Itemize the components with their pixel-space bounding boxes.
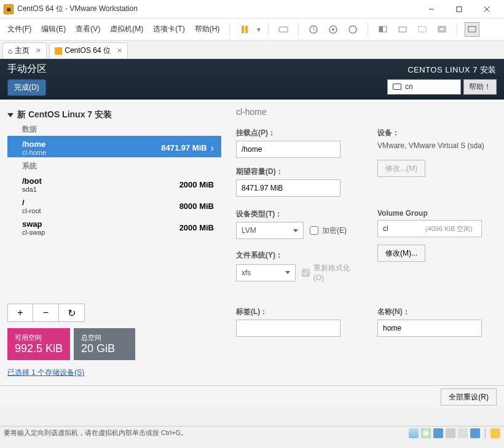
tab-home[interactable]: ⌂ 主页 ✕ [2,42,47,58]
printer-icon[interactable] [446,428,455,438]
partition-row-swap[interactable]: swap cl-swap 2000 MiB [7,216,221,237]
menubar: 文件(F) 编辑(E) 查看(V) 虚拟机(M) 选项卡(T) 帮助(H) ▾ [0,18,504,41]
thumbnail-bar-icon[interactable] [465,22,479,37]
volume-group-info: (4096 KiB 空闲) [425,224,473,234]
chevron-down-icon [293,229,298,232]
data-section-label: 数据 [7,123,221,136]
snapshot-revert-icon[interactable] [345,22,360,37]
volume-group-select[interactable]: cl (4096 KiB 空闲) [377,220,482,237]
cd-icon[interactable] [421,428,431,438]
chevron-down-icon [285,271,290,274]
menu-view[interactable]: 查看(V) [73,22,103,37]
send-keys-icon[interactable] [276,22,291,37]
vm-icon [55,47,62,55]
encrypt-checkbox[interactable] [310,226,318,235]
chevron-right-icon: › [211,143,214,154]
tab-bar: ⌂ 主页 ✕ CentOS 64 位 ✕ [0,41,504,59]
partition-size: 2000 MiB [179,223,214,232]
app-icon: ▣ [4,4,14,14]
view-unity-icon[interactable] [415,22,430,37]
toolbar-divider [229,23,230,36]
pause-button[interactable] [237,22,252,37]
modify-vg-button[interactable]: 修改(M)... [377,245,425,262]
available-space-card: 可用空间 992.5 KiB [7,328,70,360]
dropdown-caret-icon[interactable]: ▾ [257,25,261,34]
installer-screen: 手动分区 完成(D) CENTOS LINUX 7 安装 cn 帮助！ 新 Ce… [0,59,504,426]
done-button[interactable]: 完成(D) [7,79,46,96]
mount-point: /boot [22,176,42,186]
message-icon[interactable] [490,428,500,438]
partition-size: 8000 MiB [179,202,214,211]
capacity-input[interactable] [236,179,341,197]
partition-row-home[interactable]: /home cl-home 8471.97 MiB › [7,136,221,157]
menu-edit[interactable]: 编辑(E) [39,22,68,37]
filesystem-select[interactable]: xfs [236,264,296,281]
svg-rect-4 [279,27,288,32]
install-tree-header[interactable]: 新 CentOS Linux 7 安装 [7,107,221,123]
menu-help[interactable]: 帮助(H) [192,22,222,37]
add-partition-button[interactable]: + [7,304,33,322]
encrypt-label: 加密(E) [322,226,347,236]
svg-point-8 [349,26,356,33]
close-icon[interactable]: ✕ [117,47,122,55]
menu-file[interactable]: 文件(F) [5,22,34,37]
reformat-checkbox [302,269,310,277]
snapshot-icon[interactable] [306,22,321,37]
view-console-icon[interactable] [376,22,390,37]
display-icon[interactable] [470,428,480,438]
detail-heading: cl-home [236,107,494,117]
label-field-label: 标签(L)： [236,307,353,317]
reset-all-button[interactable]: 全部重设(R) [441,388,497,406]
help-button[interactable]: 帮助！ [463,79,497,95]
sound-icon[interactable] [458,428,468,438]
network-icon[interactable] [433,428,443,438]
snapshot-manage-icon[interactable] [326,22,341,37]
reload-button[interactable]: ↻ [59,304,85,322]
minimize-button[interactable] [417,1,445,18]
view-stretch-icon[interactable] [395,22,410,37]
mount-point-input[interactable] [236,141,341,158]
partition-row-root[interactable]: / cl-root 8000 MiB [7,194,221,216]
close-button[interactable] [473,1,500,18]
svg-rect-11 [399,27,406,32]
partition-size: 8471.97 MiB [161,143,207,152]
tab-vm[interactable]: CentOS 64 位 ✕ [49,42,128,58]
partition-list-pane: 新 CentOS Linux 7 安装 数据 /home cl-home 847… [0,100,221,385]
tab-home-label: 主页 [15,45,30,56]
install-tree-title: 新 CentOS Linux 7 安装 [17,109,112,120]
brand-label: CENTOS LINUX 7 安装 [408,65,497,76]
fullscreen-icon[interactable] [435,22,449,37]
menu-tabs[interactable]: 选项卡(T) [151,22,187,37]
storage-devices-link[interactable]: 已选择 1 个存储设备(S) [7,367,221,378]
name-input[interactable] [377,320,482,337]
device-value: VMware, VMware Virtual S (sda) [377,141,494,151]
device-type-label: 设备类型(T)： [236,209,353,219]
svg-rect-1 [457,7,462,12]
maximize-button[interactable] [445,1,473,18]
svg-rect-15 [468,26,476,32]
keyboard-layout-selector[interactable]: cn [387,79,461,95]
installer-header: 手动分区 完成(D) CENTOS LINUX 7 安装 cn 帮助！ [0,59,504,100]
partition-row-boot[interactable]: /boot sda1 2000 MiB [7,173,221,194]
menu-vm[interactable]: 虚拟机(M) [108,22,146,37]
device-label: 设备： [377,128,494,138]
available-space-value: 992.5 KiB [15,342,63,355]
device-type-select[interactable]: LVM [236,222,304,239]
device-name: cl-root [22,207,41,214]
total-space-card: 总空间 20 GiB [74,328,135,360]
mount-point: /home [22,140,46,149]
volume-group-label: Volume Group [377,209,494,218]
device-name: cl-home [22,149,46,156]
close-icon[interactable]: ✕ [36,47,41,55]
system-section-label: 系统 [7,157,221,173]
filesystem-label: 文件系统(Y)： [236,250,353,261]
keyboard-icon [393,84,401,90]
modify-device-button[interactable]: 修改...(M) [377,160,425,177]
remove-partition-button[interactable]: − [33,304,59,322]
svg-point-7 [332,28,334,31]
svg-rect-14 [439,28,444,31]
window-titlebar: ▣ CentOS 64 位 - VMware Workstation [0,0,504,18]
disk-icon[interactable] [409,428,419,438]
label-input[interactable] [236,320,341,337]
device-name: sda1 [22,186,42,193]
